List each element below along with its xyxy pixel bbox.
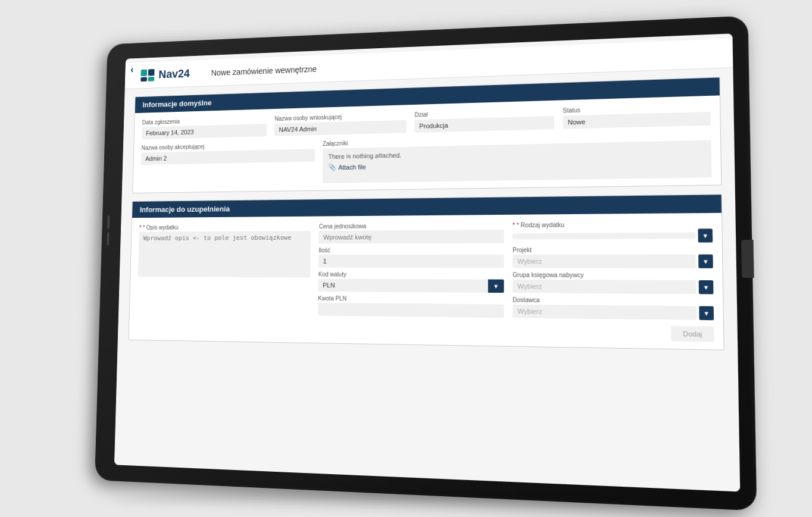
tablet-reflection xyxy=(111,491,701,509)
opis-wydatku-input[interactable] xyxy=(138,231,311,277)
volume-buttons xyxy=(107,215,110,245)
field-kwota-pln: Kwota PLN xyxy=(318,295,504,318)
field-ilosc: Ilość xyxy=(318,246,504,268)
field-cena-jednostkowa: Cena jednostkowa xyxy=(318,222,504,243)
col-left: * Opis wydatku xyxy=(138,223,311,280)
attachments-box: There is nothing attached. 📎 Attach file xyxy=(322,140,711,183)
svg-rect-1 xyxy=(148,68,155,75)
opis-wydatku-label: * Opis wydatku xyxy=(139,223,311,230)
currency-dropdown-button[interactable]: ▼ xyxy=(488,279,504,293)
col-middle: Cena jednostkowa Ilość Kod waluty xyxy=(318,222,504,318)
dodaj-button[interactable]: Dodaj xyxy=(671,325,714,341)
projekt-value: Wybierz xyxy=(513,254,696,268)
grupa-dropdown-icon[interactable]: ▼ xyxy=(699,280,714,293)
rodzaj-wydatku-row: ▼ xyxy=(513,228,713,243)
data-zgloszenia-value: February 14, 2023 xyxy=(142,124,267,139)
field-nazwa-osoby-akceptujacej: Nazwa osoby akceptującej Admin 2 xyxy=(140,140,315,186)
dostawca-value: Wybierz xyxy=(513,304,697,319)
status-value: Nowe xyxy=(563,111,711,129)
field-zalaczniki: Załączniki There is nothing attached. 📎 … xyxy=(322,131,711,183)
field-projekt: Projekt Wybierz ▼ xyxy=(513,246,713,268)
form-row-2: Nazwa osoby akceptującej Admin 2 Załączn… xyxy=(140,131,712,186)
cena-jednostkowa-label: Cena jednostkowa xyxy=(319,222,504,230)
kwota-pln-input[interactable] xyxy=(318,302,504,317)
grupa-value: Wybierz xyxy=(513,279,697,294)
svg-rect-2 xyxy=(140,77,147,82)
tablet-body: ‹ Nav24 Nowe zamówienie wewnęt xyxy=(95,15,757,510)
attach-file-label: Attach file xyxy=(338,163,366,171)
nazwa-osoby-akceptujacej-value: Admin 2 xyxy=(141,149,315,165)
section-supplement-info: Informacje do uzupełnienia * Opis wydatk… xyxy=(129,194,724,350)
back-button[interactable]: ‹ xyxy=(130,64,134,75)
tablet-screen: ‹ Nav24 Nowe zamówienie wewnęt xyxy=(114,33,740,491)
grupa-ksiegowa-label: Grupa księgowa nabywcy xyxy=(513,271,713,279)
field-data-zgloszenia: Data zgłoszenia February 14, 2023 xyxy=(142,115,267,139)
field-kod-waluty: Kod waluty ▼ xyxy=(318,271,504,293)
rodzaj-wydatku-dropdown-icon[interactable]: ▼ xyxy=(698,228,713,242)
svg-rect-3 xyxy=(148,76,155,81)
projekt-dropdown-icon[interactable]: ▼ xyxy=(698,254,713,268)
kod-waluty-label: Kod waluty xyxy=(318,271,504,278)
nothing-attached-text: There is nothing attached. xyxy=(328,145,705,160)
field-grupa-ksiegowa: Grupa księgowa nabywcy Wybierz ▼ xyxy=(513,271,714,294)
rodzaj-wydatku-label: * Rodzaj wydatku xyxy=(513,220,713,228)
projekt-row: Wybierz ▼ xyxy=(513,254,713,268)
col-right: * Rodzaj wydatku ▼ Projekt Wyb xyxy=(513,220,714,320)
svg-rect-0 xyxy=(140,69,147,76)
dostawca-row: Wybierz ▼ xyxy=(513,304,714,319)
logo-icon xyxy=(140,68,155,81)
section-supplement-body: * Opis wydatku Cena jednostkowa xyxy=(129,212,723,349)
attach-file-button[interactable]: 📎 Attach file xyxy=(328,162,366,171)
dostawca-label: Dostawca xyxy=(513,296,714,305)
kod-waluty-input[interactable] xyxy=(318,278,488,293)
projekt-label: Projekt xyxy=(513,246,713,253)
kwota-pln-label: Kwota PLN xyxy=(318,295,504,303)
page-title: Nowe zamówienie wewnętrzne xyxy=(211,64,317,77)
currency-row: ▼ xyxy=(318,278,504,293)
dzial-value: Produkcja xyxy=(414,115,554,132)
field-rodzaj-wydatku: * Rodzaj wydatku ▼ xyxy=(513,220,713,243)
field-nazwa-osoby-wnioskujacej: Nazwa osoby wnioskującej NAV24 Admin xyxy=(274,112,407,136)
field-dostawca: Dostawca Wybierz ▼ xyxy=(513,296,714,320)
dostawca-dropdown-icon[interactable]: ▼ xyxy=(699,306,714,320)
app-content: Nav24 Nowe zamówienie wewnętrzne Informa… xyxy=(114,33,740,491)
field-opis-wydatku: * Opis wydatku xyxy=(138,223,311,280)
info-grid: * Opis wydatku Cena jednostkowa xyxy=(137,220,714,320)
cena-jednostkowa-input[interactable] xyxy=(318,230,504,243)
logo-text: Nav24 xyxy=(158,67,190,80)
tablet-device: ‹ Nav24 Nowe zamówienie wewnęt xyxy=(79,27,733,491)
field-status: Status Nowe xyxy=(563,103,711,129)
section-default-info: Informacje domyślne Data zgłoszenia Febr… xyxy=(132,77,722,193)
grupa-row: Wybierz ▼ xyxy=(513,279,714,294)
ilosc-input[interactable] xyxy=(318,254,504,267)
ilosc-label: Ilość xyxy=(318,246,504,253)
field-dzial: Dział Produkcja xyxy=(414,107,554,132)
home-button[interactable] xyxy=(741,240,754,278)
paperclip-icon: 📎 xyxy=(328,163,336,171)
logo-area: Nav24 xyxy=(140,67,190,81)
rodzaj-wydatku-value xyxy=(513,232,695,239)
nazwa-osoby-wnioskujacej-value: NAV24 Admin xyxy=(274,120,407,136)
